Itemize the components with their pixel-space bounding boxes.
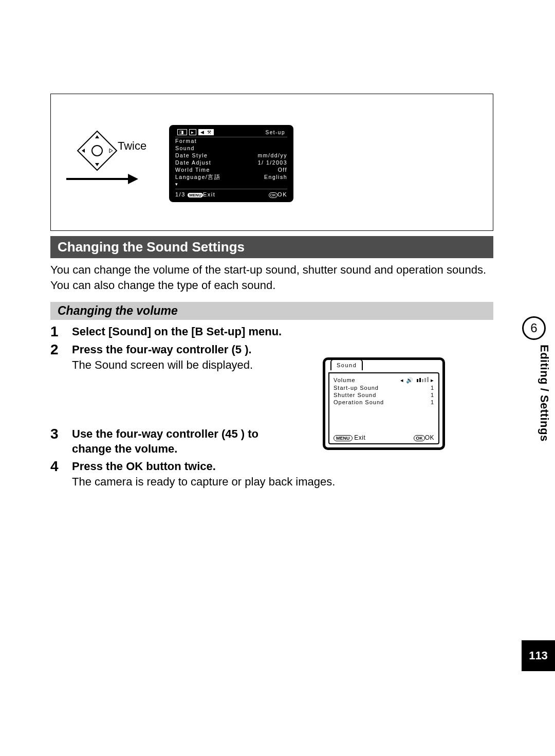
exit-label: Exit: [203, 191, 215, 197]
step-item: 1 Select [Sound] on the [B Set-up] menu.: [50, 324, 493, 340]
step-number: 3: [50, 426, 62, 442]
four-way-controller-icon: [77, 130, 118, 171]
step-number: 1: [50, 324, 62, 340]
camera-tab-icon: ◨: [177, 129, 187, 135]
arrow-right-icon: [66, 171, 138, 189]
menu-tab-bar: ◨ ▸ ◀ ⚒ Set-up: [175, 129, 287, 137]
sound-row: Volume ◂ 🔊 ▸: [334, 376, 434, 384]
step-number: 4: [50, 459, 62, 475]
sound-row: Operation Sound1: [334, 399, 434, 406]
step-description: The Sound screen will be displayed.: [72, 357, 288, 373]
chapter-label: Editing / Settings: [538, 345, 551, 442]
ok-button-icon: OK: [414, 435, 425, 441]
menu-button-icon: MENU: [188, 193, 203, 197]
ok-label: OK: [278, 191, 287, 197]
step-heading: Use the four-way controller (45 ) to cha…: [72, 426, 288, 457]
step-heading: Select [Sound] on the [B Set-up] menu.: [72, 324, 493, 339]
twice-label: Twice: [118, 139, 146, 153]
chapter-number: 6: [530, 321, 537, 335]
sound-footer: MENU Exit OKOK: [334, 434, 434, 441]
illustration-frame: Twice ◨ ▸ ◀ ⚒ Set-up: [50, 94, 493, 231]
setup-tab-label: Set-up: [266, 130, 285, 135]
setup-footer: 1/3 MENUExit OKOK: [175, 189, 287, 198]
svg-point-1: [92, 146, 102, 156]
ok-button-icon: OK: [269, 192, 278, 198]
setup-tab-icon: ◀ ⚒: [198, 129, 214, 135]
page-indicator: 1/3: [175, 191, 186, 197]
exit-label: Exit: [354, 434, 365, 441]
page-number: 113: [529, 649, 548, 662]
sound-row: Start-up Sound1: [334, 384, 434, 391]
svg-marker-7: [128, 174, 138, 184]
content-area: Twice ◨ ▸ ◀ ⚒ Set-up: [50, 94, 493, 489]
manual-page: 6 Editing / Settings 113 Twice: [0, 0, 555, 756]
page-number-box: 113: [522, 640, 555, 671]
svg-marker-5: [109, 149, 113, 153]
sound-tab-label: Sound: [330, 359, 363, 370]
play-tab-icon: ▸: [189, 129, 197, 135]
chapter-number-circle: 6: [522, 316, 546, 340]
step-item: 4 Press the OK button twice. The camera …: [50, 459, 493, 489]
intro-paragraph: You can change the volume of the start-u…: [50, 262, 493, 293]
ok-label: OK: [425, 434, 434, 441]
menu-button-icon: MENU: [334, 435, 353, 441]
step-description: The camera is ready to capture or play b…: [72, 474, 493, 490]
step-number: 2: [50, 342, 62, 358]
sub-heading: Changing the volume: [50, 302, 493, 320]
volume-indicator: ◂ 🔊 ▸: [400, 377, 434, 384]
sound-screen-body: Volume ◂ 🔊 ▸ Start-up Sound1 Shutter Sou…: [328, 372, 439, 444]
step-heading: Press the OK button twice.: [72, 459, 493, 474]
section-heading: Changing the Sound Settings: [50, 236, 493, 258]
side-tab: 6 Editing / Settings 113: [514, 0, 555, 756]
svg-marker-3: [95, 163, 99, 166]
svg-marker-2: [95, 135, 99, 138]
step-heading: Press the four-way controller (5 ).: [72, 342, 288, 357]
steps-list: 1 Select [Sound] on the [B Set-up] menu.…: [50, 324, 493, 489]
setup-menu-screen: ◨ ▸ ◀ ⚒ Set-up Format Sound Date Stylemm…: [169, 125, 293, 202]
setup-menu-list: Format Sound Date Stylemm/dd/yy Date Adj…: [175, 137, 287, 187]
sound-screen: Sound Volume ◂ 🔊 ▸ Start-up: [323, 357, 445, 450]
sound-row: Shutter Sound1: [334, 391, 434, 399]
svg-marker-4: [82, 149, 85, 153]
